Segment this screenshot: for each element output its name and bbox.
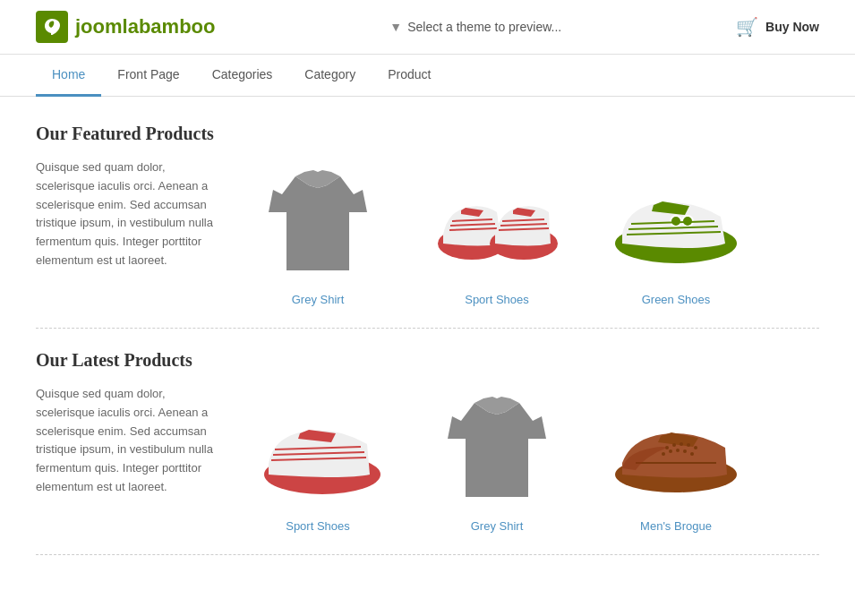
product-grey-shirt-latest-name[interactable]: Grey Shirt (471, 519, 524, 533)
product-sport-shoes-image (430, 158, 564, 284)
svg-point-24 (672, 443, 676, 447)
latest-content: Quisque sed quam dolor, scelerisque iacu… (36, 385, 819, 533)
svg-point-32 (690, 452, 694, 456)
featured-description: Quisque sed quam dolor, scelerisque iacu… (36, 158, 224, 270)
product-mens-brogue-image (609, 385, 743, 510)
product-green-shoes-featured[interactable]: Green Shoes (600, 158, 752, 306)
product-grey-shirt-image (251, 158, 385, 284)
featured-section: Our Featured Products Quisque sed quam d… (36, 124, 819, 306)
theme-selector-area[interactable]: ▼ Select a theme to preview... (215, 20, 736, 34)
product-sport-shoes-featured-name[interactable]: Sport Shoes (465, 293, 529, 306)
nav-item-home[interactable]: Home (36, 55, 101, 97)
grey-shirt-latest-svg (443, 389, 551, 506)
theme-selector[interactable]: Select a theme to preview... (407, 20, 561, 34)
section-divider-1 (36, 328, 819, 329)
product-grey-shirt-featured[interactable]: Grey Shirt (242, 158, 394, 306)
logo-text: joomlabamboo (75, 15, 215, 38)
latest-description: Quisque sed quam dolor, scelerisque iacu… (36, 385, 224, 497)
latest-section: Our Latest Products Quisque sed quam dol… (36, 350, 819, 533)
buy-now-button[interactable]: Buy Now (765, 20, 819, 34)
header: joomlabamboo ▼ Select a theme to preview… (0, 0, 855, 55)
featured-content: Quisque sed quam dolor, scelerisque iacu… (36, 158, 819, 306)
header-right: 🛒 Buy Now (736, 16, 819, 38)
main-content: Our Featured Products Quisque sed quam d… (0, 97, 855, 603)
logo[interactable]: joomlabamboo (36, 11, 215, 43)
svg-point-30 (676, 449, 680, 452)
footer: Joomla Template by Joomlabamboo (0, 603, 855, 616)
grey-shirt-svg (264, 163, 372, 279)
product-sport-shoes-latest-name[interactable]: Sport Shoes (286, 519, 350, 533)
main-nav: Home Front Page Categories Category Prod… (0, 55, 855, 97)
mens-brogue-svg (609, 398, 743, 497)
latest-title: Our Latest Products (36, 350, 819, 371)
svg-marker-20 (448, 403, 546, 497)
svg-point-26 (687, 443, 690, 447)
svg-point-11 (671, 216, 681, 227)
product-grey-shirt-featured-name[interactable]: Grey Shirt (292, 293, 345, 306)
sport-shoes-latest-svg (255, 394, 380, 501)
svg-point-27 (694, 446, 697, 449)
product-grey-shirt-latest[interactable]: Grey Shirt (421, 385, 573, 533)
latest-products-row: Sport Shoes Grey Shirt (242, 385, 819, 533)
leaf-icon (42, 17, 62, 37)
svg-point-31 (683, 449, 687, 453)
svg-point-25 (680, 442, 683, 446)
logo-icon (36, 11, 68, 43)
cart-icon: 🛒 (736, 16, 758, 38)
nav-item-category[interactable]: Category (288, 55, 372, 97)
featured-products-row: Grey Shirt (242, 158, 819, 306)
product-green-shoes-featured-name[interactable]: Green Shoes (642, 293, 711, 306)
nav-item-categories[interactable]: Categories (196, 55, 289, 97)
svg-point-29 (669, 449, 672, 453)
product-green-shoes-image (609, 158, 743, 284)
featured-title: Our Featured Products (36, 124, 819, 144)
svg-marker-0 (269, 176, 367, 270)
sport-shoes-svg (434, 167, 560, 275)
section-divider-2 (36, 554, 819, 555)
product-grey-shirt-latest-image (430, 385, 564, 510)
svg-point-28 (662, 452, 665, 456)
nav-item-product[interactable]: Product (372, 55, 447, 97)
product-mens-brogue-latest-name[interactable]: Men's Brogue (640, 519, 712, 533)
product-sport-shoes-featured[interactable]: Sport Shoes (421, 158, 573, 306)
product-mens-brogue-latest[interactable]: Men's Brogue (600, 385, 752, 533)
nav-item-front-page[interactable]: Front Page (101, 55, 195, 97)
product-sport-shoes-latest-image (251, 385, 385, 510)
green-shoes-svg (609, 172, 743, 270)
chevron-down-icon: ▼ (389, 20, 402, 34)
product-sport-shoes-latest[interactable]: Sport Shoes (242, 385, 394, 533)
